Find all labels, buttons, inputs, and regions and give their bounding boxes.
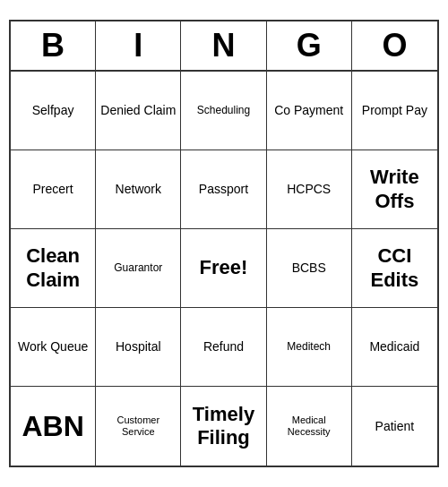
bingo-cell[interactable]: Timely Filing xyxy=(181,387,266,466)
bingo-cell[interactable]: Scheduling xyxy=(181,72,266,150)
bingo-cell[interactable]: Medical Necessity xyxy=(267,387,352,466)
header-letter: N xyxy=(181,21,266,70)
header-letter: B xyxy=(11,21,96,70)
bingo-cell[interactable]: Precert xyxy=(11,150,96,229)
bingo-cell[interactable]: Write Offs xyxy=(352,150,437,229)
bingo-cell[interactable]: Clean Claim xyxy=(11,229,96,308)
bingo-grid: SelfpayDenied ClaimSchedulingCo PaymentP… xyxy=(11,72,437,466)
bingo-cell[interactable]: Selfpay xyxy=(11,72,96,150)
bingo-cell[interactable]: Medicaid xyxy=(352,308,437,387)
bingo-cell[interactable]: Network xyxy=(96,150,181,229)
bingo-cell[interactable]: Hospital xyxy=(96,308,181,387)
bingo-cell[interactable]: Prompt Pay xyxy=(352,72,437,150)
bingo-cell[interactable]: Meditech xyxy=(267,308,352,387)
bingo-cell[interactable]: HCPCS xyxy=(267,150,352,229)
bingo-cell[interactable]: ABN xyxy=(11,387,96,466)
header-letter: I xyxy=(96,21,181,70)
bingo-cell[interactable]: Work Queue xyxy=(11,308,96,387)
header-letter: G xyxy=(267,21,352,70)
bingo-cell[interactable]: Patient xyxy=(352,387,437,466)
header-letter: O xyxy=(352,21,437,70)
bingo-cell[interactable]: BCBS xyxy=(267,229,352,308)
bingo-cell[interactable]: Denied Claim xyxy=(96,72,181,150)
bingo-header: BINGO xyxy=(11,21,437,72)
bingo-cell[interactable]: Refund xyxy=(181,308,266,387)
bingo-cell[interactable]: Passport xyxy=(181,150,266,229)
bingo-cell[interactable]: Customer Service xyxy=(96,387,181,466)
bingo-cell[interactable]: Guarantor xyxy=(96,229,181,308)
bingo-cell[interactable]: Free! xyxy=(181,229,266,308)
bingo-cell[interactable]: Co Payment xyxy=(267,72,352,150)
bingo-card: BINGO SelfpayDenied ClaimSchedulingCo Pa… xyxy=(9,20,439,467)
bingo-cell[interactable]: CCI Edits xyxy=(352,229,437,308)
